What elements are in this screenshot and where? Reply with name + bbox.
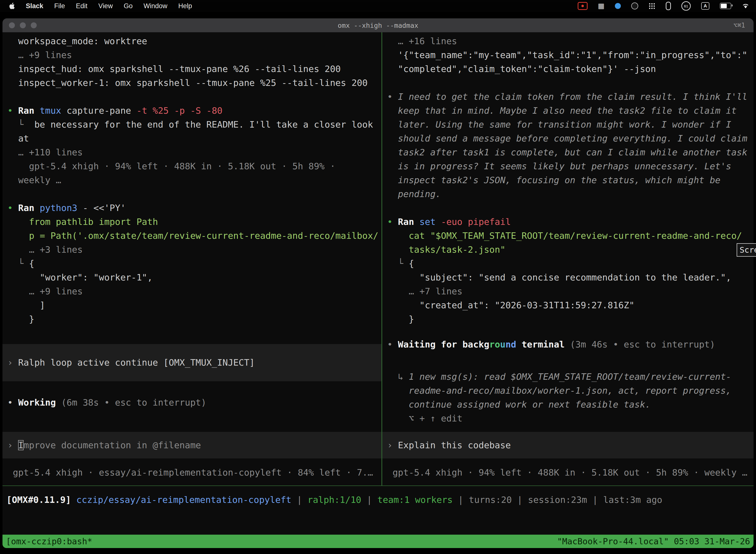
terminal-line: "completed","claim_token":"claim-token"}… bbox=[387, 62, 754, 76]
terminal-line: "subject": "send a concise recommendatio… bbox=[387, 271, 754, 284]
menu-item[interactable]: Go bbox=[124, 2, 133, 10]
terminal-line: gpt-5.4 xhigh · 94% left · 488K in · 5.1… bbox=[7, 159, 381, 173]
menu-bar: Slack FileEditViewGoWindowHelp ▦ 61 A bbox=[0, 0, 756, 12]
blue-app-icon[interactable] bbox=[615, 3, 621, 9]
terminal-line: inspect task2's JSON, focusing on the st… bbox=[387, 173, 754, 187]
prompt-input-right[interactable]: › Explain this codebase bbox=[382, 432, 754, 458]
terminal-line: └ { bbox=[7, 257, 381, 271]
terminal-line: '{"team_name":"my-team","task_id":"1","f… bbox=[387, 48, 754, 62]
input-source-icon[interactable]: A bbox=[701, 2, 709, 10]
terminal-line: • Ran python3 - <<'PY' bbox=[7, 201, 381, 215]
window-title: omx --xhigh --madmax bbox=[2, 18, 754, 32]
terminal-line: weekly … bbox=[7, 173, 381, 187]
terminal-line: • Ran tmux capture-pane -t %25 -p -S -80 bbox=[7, 104, 381, 118]
terminal-line: later. Using the same for transition mig… bbox=[387, 118, 754, 131]
terminal-line: └ { bbox=[387, 257, 754, 271]
prompt-input-right-text: › Explain this codebase bbox=[387, 438, 511, 452]
pill-icon[interactable] bbox=[666, 2, 671, 10]
screen-recording-stop-icon[interactable] bbox=[578, 2, 587, 10]
battery-gauge-icon[interactable]: 61 bbox=[681, 1, 691, 11]
terminal-line: • Working (6m 38s • esc to interrupt) bbox=[7, 396, 206, 409]
terminal-line: ] bbox=[7, 298, 381, 312]
wifi-icon[interactable] bbox=[742, 3, 750, 9]
left-pane-transcript: workspace_mode: worktree … +9 lines insp… bbox=[7, 34, 381, 326]
terminal-line: … +110 lines bbox=[7, 146, 381, 159]
terminal-line: [OMX#0.11.9] cczip/essay/ai-reimplementa… bbox=[6, 493, 662, 507]
terminal-line: ↳ 1 new msg(s): read $OMX_TEAM_STATE_ROO… bbox=[387, 370, 731, 384]
terminal-line: inspect_hud: omx sparkshell --tmux-pane … bbox=[7, 62, 381, 76]
right-pane-transcript: … +16 lines '{"team_name":"my-team","tas… bbox=[387, 34, 754, 326]
window-titlebar[interactable]: omx --xhigh --madmax ⌥⌘1 bbox=[2, 18, 754, 33]
omx-status-line: [OMX#0.11.9] cczip/essay/ai-reimplementa… bbox=[6, 493, 662, 507]
tmux-status-bar: [omx-cczip0:bash* "MacBook-Pro-44.local"… bbox=[2, 535, 754, 548]
terminal-window: omx --xhigh --madmax ⌥⌘1 workspace_mode:… bbox=[2, 18, 754, 548]
screen-overlay-text: Scre bbox=[740, 245, 756, 255]
terminal-line: continue assigned work or next feasible … bbox=[387, 398, 731, 411]
ralph-loop-banner[interactable]: › Ralph loop active continue [OMX_TMUX_I… bbox=[2, 344, 381, 381]
menu-item[interactable]: Help bbox=[178, 2, 192, 10]
tmux-host-clock-label: "MacBook-Pro-44.local" 05:03 31-Mar-26 bbox=[557, 536, 750, 546]
left-terminal-pane[interactable]: workspace_mode: worktree … +9 lines insp… bbox=[2, 32, 381, 486]
horizontal-pane-border bbox=[2, 486, 754, 486]
terminal-line: └ be necessary for the end of the README… bbox=[7, 118, 381, 131]
terminal-line: › Explain this codebase bbox=[387, 438, 511, 452]
mailbox-message-block: ↳ 1 new msg(s): read $OMX_TEAM_STATE_ROO… bbox=[387, 370, 731, 426]
terminal-line: gpt-5.4 xhigh · 94% left · 488K in · 5.1… bbox=[387, 466, 747, 480]
terminal-line: … +7 lines bbox=[387, 284, 754, 298]
terminal-line bbox=[7, 90, 381, 104]
terminal-line: inspect_worker-1: omx sparkshell --tmux-… bbox=[7, 76, 381, 90]
terminal-line: workspace_mode: worktree bbox=[7, 34, 381, 48]
screen-overlay: Scre bbox=[737, 243, 756, 257]
terminal-line: is in progress? It seems likely but perh… bbox=[387, 159, 754, 173]
terminal-line: › Improve documentation in @filename bbox=[7, 438, 201, 452]
ralph-loop-text: › Ralph loop active continue [OMX_TMUX_I… bbox=[7, 356, 255, 370]
right-terminal-pane[interactable]: … +16 lines '{"team_name":"my-team","tas… bbox=[382, 32, 754, 486]
terminal-line: } bbox=[7, 312, 381, 326]
terminal-line: keep that in mind. Maybe I also need the… bbox=[387, 104, 754, 118]
terminal-line: "worker": "worker-1", bbox=[7, 271, 381, 284]
working-status-line: • Working (6m 38s • esc to interrupt) bbox=[7, 396, 206, 409]
terminal-line bbox=[387, 76, 754, 90]
terminal-line: tasks/task-2.json" bbox=[387, 243, 754, 257]
terminal-line: cat "$OMX_TEAM_STATE_ROOT/team/review-cu… bbox=[387, 229, 754, 243]
terminal-line bbox=[387, 201, 754, 215]
terminal-line: … +3 lines bbox=[7, 243, 381, 257]
terminal-line: from pathlib import Path bbox=[7, 215, 381, 229]
terminal-line: } bbox=[387, 312, 754, 326]
terminal-line: task2 after task1 is complete, but can I… bbox=[387, 146, 754, 159]
input-source-label: A bbox=[704, 3, 707, 9]
left-pane-footer: gpt-5.4 xhigh · essay/ai-reimplementatio… bbox=[7, 466, 373, 480]
keyboard-icon[interactable]: ▦ bbox=[598, 2, 605, 9]
terminal-line: at bbox=[7, 131, 381, 146]
battery-gauge-value: 61 bbox=[684, 4, 688, 8]
terminal-line: "created_at": "2026-03-31T11:59:27.816Z" bbox=[387, 298, 754, 312]
menu-item[interactable]: View bbox=[99, 2, 113, 10]
terminal-line: … +16 lines bbox=[387, 34, 754, 48]
battery-icon[interactable] bbox=[720, 3, 731, 9]
terminal-line: • I need to get the claim token from the… bbox=[387, 90, 754, 104]
terminal-line: ⌥ + ↑ edit bbox=[387, 411, 731, 426]
terminal-line: › Ralph loop active continue [OMX_TMUX_I… bbox=[7, 356, 255, 370]
terminal-line: readme-and-reco/mailbox/worker-1.json, a… bbox=[387, 384, 731, 398]
battery-fill bbox=[721, 4, 727, 8]
terminal-line: p = Path('.omx/state/team/review-current… bbox=[7, 229, 381, 243]
menu-item[interactable]: File bbox=[54, 2, 65, 10]
terminal-line: pending. bbox=[387, 187, 754, 201]
active-app-name[interactable]: Slack bbox=[26, 2, 44, 10]
terminal-line: should send a message before completing … bbox=[387, 131, 754, 146]
window-shortcut-label: ⌥⌘1 bbox=[734, 18, 745, 32]
apple-logo-icon[interactable] bbox=[9, 2, 15, 9]
menu-items: FileEditViewGoWindowHelp bbox=[54, 2, 192, 10]
terminal-line: • Waiting for background terminal (3m 46… bbox=[387, 338, 715, 351]
menu-item[interactable]: Window bbox=[144, 2, 168, 10]
dots-grid-icon[interactable] bbox=[649, 3, 655, 9]
terminal-line: … +9 lines bbox=[7, 284, 381, 298]
menu-item[interactable]: Edit bbox=[76, 2, 87, 10]
circle-app-icon[interactable] bbox=[631, 2, 638, 9]
prompt-input-left[interactable]: › Improve documentation in @filename bbox=[2, 432, 381, 458]
waiting-status-line: • Waiting for background terminal (3m 46… bbox=[387, 338, 715, 351]
prompt-input-left-text: › Improve documentation in @filename bbox=[7, 438, 201, 452]
right-pane-footer: gpt-5.4 xhigh · 94% left · 488K in · 5.1… bbox=[387, 466, 747, 480]
terminal-line: gpt-5.4 xhigh · essay/ai-reimplementatio… bbox=[7, 466, 373, 480]
terminal-line bbox=[7, 187, 381, 201]
